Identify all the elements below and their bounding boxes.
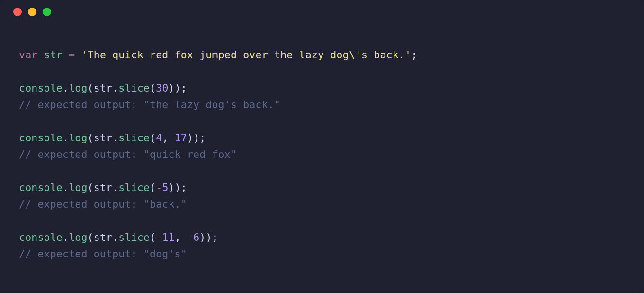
code-token: ( bbox=[88, 182, 94, 193]
code-line bbox=[19, 212, 625, 229]
code-token: . bbox=[112, 231, 118, 243]
code-token: )); bbox=[187, 132, 206, 144]
code-token: console bbox=[19, 182, 63, 193]
code-token: . bbox=[112, 132, 118, 144]
code-token: console bbox=[19, 82, 63, 94]
code-line: console.log(str.slice(30)); bbox=[19, 80, 625, 96]
code-token: . bbox=[112, 182, 118, 193]
code-token: log bbox=[69, 182, 87, 193]
code-token: console bbox=[19, 132, 63, 144]
code-token: . bbox=[63, 231, 69, 243]
code-token: 5 bbox=[162, 182, 168, 193]
code-token: 6 bbox=[193, 231, 199, 243]
window-titlebar bbox=[0, 0, 644, 24]
code-line: var str = 'The quick red fox jumped over… bbox=[19, 46, 625, 63]
code-token bbox=[63, 49, 69, 61]
code-token: str bbox=[94, 182, 112, 193]
code-token: str bbox=[94, 231, 112, 243]
code-token: // expected output: "dog's" bbox=[19, 248, 187, 260]
code-line: console.log(str.slice(-11, -6)); bbox=[19, 229, 625, 246]
code-line: // expected output: "back." bbox=[19, 196, 625, 212]
code-token: slice bbox=[118, 182, 150, 193]
code-token: . bbox=[63, 182, 69, 193]
code-token: 17 bbox=[175, 132, 187, 144]
code-token: 4 bbox=[156, 132, 162, 144]
code-token: - bbox=[187, 231, 193, 243]
code-token: , bbox=[175, 231, 187, 243]
code-token: log bbox=[69, 231, 87, 243]
code-token: - bbox=[156, 231, 162, 243]
code-line: // expected output: "dog's" bbox=[19, 246, 625, 262]
code-token: . bbox=[112, 82, 118, 94]
code-token: ( bbox=[150, 82, 156, 94]
code-token: // expected output: "the lazy dog's back… bbox=[19, 99, 280, 110]
code-token: str bbox=[94, 132, 112, 144]
code-token: 30 bbox=[156, 82, 168, 94]
code-line: console.log(str.slice(4, 17)); bbox=[19, 129, 625, 146]
code-token: slice bbox=[118, 132, 150, 144]
code-line: console.log(str.slice(-5)); bbox=[19, 179, 625, 196]
code-token: str bbox=[94, 82, 112, 94]
code-token: )); bbox=[199, 231, 218, 243]
minimize-icon[interactable] bbox=[28, 8, 36, 16]
code-token: console bbox=[19, 231, 63, 243]
code-token: . bbox=[63, 82, 69, 94]
code-token: // expected output: "quick red fox" bbox=[19, 148, 237, 160]
code-token: ( bbox=[88, 231, 94, 243]
code-token: // expected output: "back." bbox=[19, 198, 187, 210]
code-token: ( bbox=[150, 132, 156, 144]
code-token: log bbox=[69, 82, 87, 94]
code-token: . bbox=[63, 132, 69, 144]
code-token: ( bbox=[150, 182, 156, 193]
code-token: str bbox=[44, 49, 63, 61]
code-token: , bbox=[162, 132, 174, 144]
code-editor-window: var str = 'The quick red fox jumped over… bbox=[0, 0, 644, 293]
code-token: = bbox=[69, 49, 75, 61]
code-token: ; bbox=[411, 49, 417, 61]
code-token: 11 bbox=[162, 231, 174, 243]
code-token: ( bbox=[88, 82, 94, 94]
maximize-icon[interactable] bbox=[43, 8, 51, 16]
code-token: var bbox=[19, 49, 44, 61]
code-token: log bbox=[69, 132, 87, 144]
code-line bbox=[19, 63, 625, 80]
code-token: slice bbox=[118, 82, 150, 94]
code-content: var str = 'The quick red fox jumped over… bbox=[0, 24, 644, 272]
code-token: ( bbox=[88, 132, 94, 144]
code-token: )); bbox=[169, 82, 187, 94]
code-line bbox=[19, 113, 625, 129]
code-token: 'The quick red fox jumped over the lazy … bbox=[81, 49, 411, 61]
code-token: )); bbox=[169, 182, 187, 193]
code-token: ( bbox=[150, 231, 156, 243]
code-line bbox=[19, 163, 625, 179]
code-token bbox=[75, 49, 81, 61]
code-line: // expected output: "quick red fox" bbox=[19, 146, 625, 163]
close-icon[interactable] bbox=[13, 8, 22, 16]
code-token: slice bbox=[118, 231, 150, 243]
code-line: // expected output: "the lazy dog's back… bbox=[19, 96, 625, 113]
code-token: - bbox=[156, 182, 162, 193]
